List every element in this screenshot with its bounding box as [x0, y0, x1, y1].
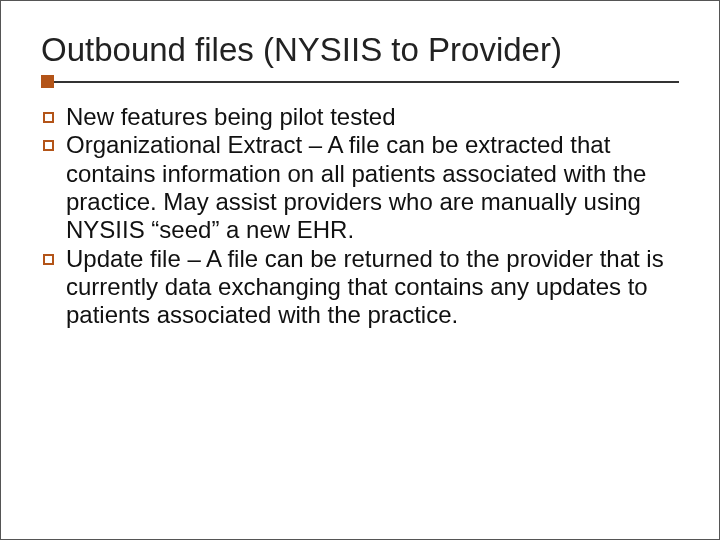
bullet-square-icon [43, 112, 54, 123]
bullet-square-icon [43, 140, 54, 151]
title-rule [41, 75, 679, 89]
bullet-square-icon [43, 254, 54, 265]
accent-square-icon [41, 75, 54, 88]
bullet-item: Update file – A file can be returned to … [41, 245, 679, 330]
bullet-text: Update file – A file can be returned to … [66, 245, 679, 330]
slide: Outbound files (NYSIIS to Provider) New … [1, 1, 719, 370]
slide-body: New features being pilot tested Organiza… [41, 103, 679, 330]
horizontal-rule [41, 81, 679, 83]
bullet-text: Organizational Extract – A file can be e… [66, 131, 679, 244]
slide-title: Outbound files (NYSIIS to Provider) [41, 31, 679, 69]
bullet-item: New features being pilot tested [41, 103, 679, 131]
bullet-item: Organizational Extract – A file can be e… [41, 131, 679, 244]
bullet-text: New features being pilot tested [66, 103, 679, 131]
